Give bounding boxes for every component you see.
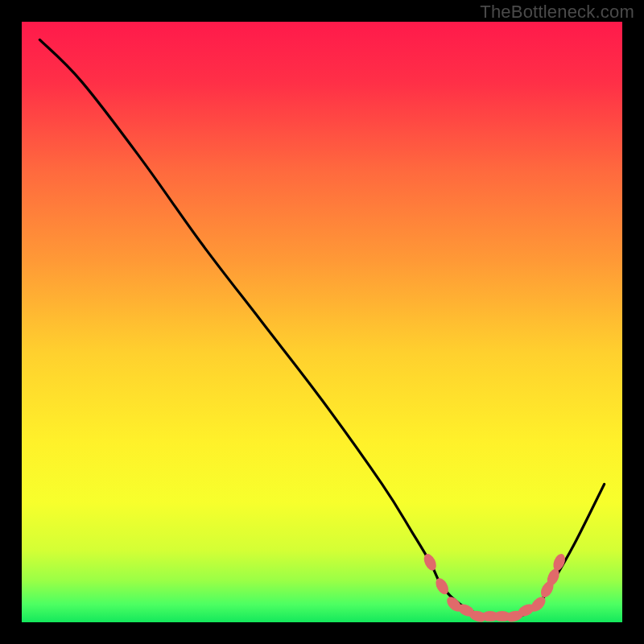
- plot-background: [22, 22, 622, 622]
- chart-stage: TheBottleneck.com: [0, 0, 644, 644]
- bottleneck-chart: [0, 0, 644, 644]
- attribution-text: TheBottleneck.com: [480, 2, 634, 23]
